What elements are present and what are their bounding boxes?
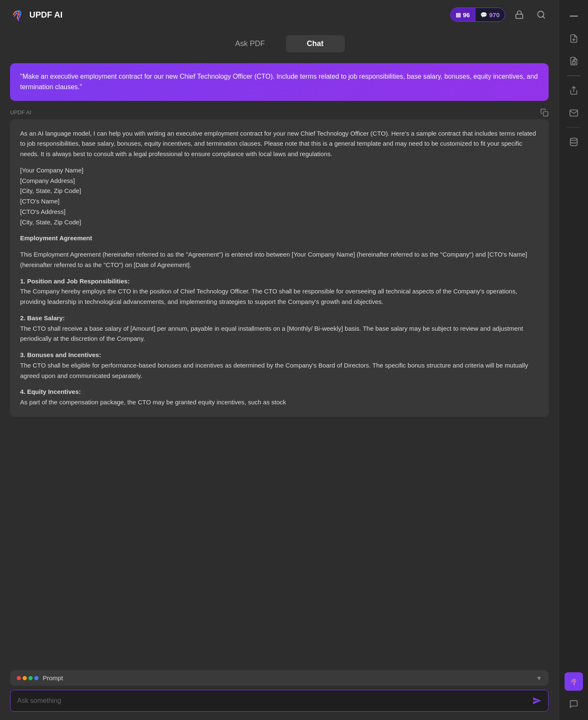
- dot-red: [17, 676, 21, 680]
- tab-chat[interactable]: Chat: [286, 35, 345, 52]
- ai-preamble: This Employment Agreement (hereinafter r…: [20, 249, 539, 270]
- sidebar-new-file-btn[interactable]: [565, 29, 583, 48]
- ai-title: Employment Agreement: [20, 233, 539, 244]
- tab-ask-pdf[interactable]: Ask PDF: [214, 35, 286, 52]
- message-count: 💬 970: [475, 8, 505, 21]
- prompt-text: Prompt: [43, 674, 63, 681]
- token-icon: ▤: [456, 12, 461, 18]
- svg-rect-7: [572, 62, 575, 64]
- svg-rect-4: [570, 15, 578, 17]
- dot-yellow: [23, 676, 27, 680]
- svg-rect-3: [544, 111, 548, 116]
- sidebar-email-btn[interactable]: [565, 104, 583, 122]
- sidebar-lock-file-btn[interactable]: [565, 52, 583, 70]
- chevron-down-icon: ▼: [536, 675, 542, 681]
- svg-point-0: [10, 7, 25, 22]
- lock-button[interactable]: [512, 7, 527, 22]
- sidebar-ai-btn[interactable]: [565, 672, 583, 691]
- right-sidebar: [559, 0, 588, 720]
- token-badge: ▤ 96 💬 970: [450, 8, 505, 22]
- app-title: UPDF AI: [29, 10, 62, 20]
- sidebar-minimize-btn[interactable]: [565, 7, 583, 25]
- copy-button[interactable]: [540, 108, 549, 117]
- tab-bar: Ask PDF Chat: [0, 29, 559, 57]
- dot-blue: [34, 676, 39, 680]
- input-row: [10, 690, 549, 712]
- sidebar-chat-btn[interactable]: [565, 695, 583, 713]
- ai-intro: As an AI language model, I can help you …: [20, 129, 539, 159]
- ai-address: [Your Company Name] [Company Address] [C…: [20, 165, 539, 228]
- ai-section4: 4. Equity Incentives: As part of the com…: [20, 387, 539, 408]
- main-content: UPDF AI ▤ 96 💬 970 Ask PDF Cha: [0, 0, 559, 720]
- sidebar-database-btn[interactable]: [565, 133, 583, 151]
- search-button[interactable]: [534, 7, 549, 22]
- ai-label: UPDF AI: [10, 109, 31, 116]
- prompt-row[interactable]: Prompt ▼: [10, 670, 549, 686]
- token-count: ▤ 96: [451, 8, 475, 21]
- dot-green: [28, 676, 33, 680]
- prompt-label-area: Prompt: [17, 674, 63, 681]
- ai-section1: 1. Position and Job Responsibilities: Th…: [20, 276, 539, 307]
- sidebar-share-btn[interactable]: [565, 81, 583, 100]
- user-message: "Make an executive employment contract f…: [10, 63, 549, 101]
- ai-message-box: As an AI language model, I can help you …: [10, 119, 549, 417]
- message-icon: 💬: [480, 12, 487, 18]
- svg-rect-1: [516, 14, 523, 18]
- logo-area: UPDF AI: [10, 7, 62, 22]
- sidebar-divider-2: [567, 127, 580, 128]
- ai-response-header: UPDF AI: [10, 108, 549, 117]
- prompt-dots: [17, 676, 39, 680]
- header-right: ▤ 96 💬 970: [450, 7, 549, 22]
- ai-section3: 3. Bonuses and Incentives: The CTO shall…: [20, 350, 539, 381]
- bottom-area: Prompt ▼: [0, 665, 559, 720]
- sidebar-divider-1: [567, 75, 580, 76]
- send-button[interactable]: [532, 696, 542, 705]
- ai-response-container: UPDF AI As an AI language model, I can h…: [10, 108, 549, 417]
- header: UPDF AI ▤ 96 💬 970: [0, 0, 559, 29]
- chat-area: "Make an executive employment contract f…: [0, 57, 559, 665]
- app-logo-icon: [10, 7, 25, 22]
- svg-point-9: [570, 138, 577, 141]
- ai-section2: 2. Base Salary: The CTO shall receive a …: [20, 313, 539, 344]
- ask-input[interactable]: [17, 697, 528, 705]
